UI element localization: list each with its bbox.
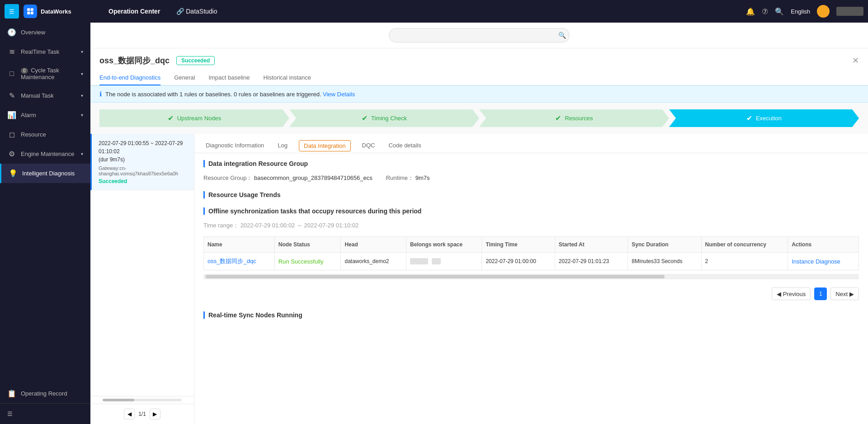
detail-tab-dqc[interactable]: DQC [360,138,377,153]
resource-group-info: Resource Group： basecommon_group_2837894… [203,174,859,182]
col-workspace: Belongs work space [406,237,482,253]
detail-tab-code[interactable]: Code details [386,138,423,153]
sidebar-item-resource[interactable]: ◻ Resource [0,125,90,144]
table-pagination: ◀ Previous 1 Next ▶ [203,283,859,302]
col-timing: Timing Time [482,237,555,253]
main-layout: 🕐 Overview ≋ RealTime Task ▾ □ 0 Cycle T… [0,23,868,424]
tab-end-to-end[interactable]: End-to-end Diagnostics [99,71,160,85]
step-execution: ✔ Execution [669,109,859,127]
instance-time: 2022-07-29 01:00:55 ~ 2022-07-29 01:10:0… [99,139,187,155]
sidebar-label-cycle: 0 Cycle Task Maintenance [21,67,76,80]
user-avatar [817,5,830,18]
sidebar: 🕐 Overview ≋ RealTime Task ▾ □ 0 Cycle T… [0,23,90,424]
tab-historical[interactable]: Historical instance [263,71,311,85]
step-resources: ✔ Resources [479,109,669,127]
action-diagnose-link[interactable]: Instance Diagnose [792,258,840,265]
svg-rect-0 [27,8,30,11]
search-icon[interactable]: 🔍 [775,7,784,16]
cell-timing: 2022-07-29 01:00:00 [482,253,555,270]
row-name-link[interactable]: oss_数据同步_dqc [208,258,256,264]
resource-group-label: Resource Group： basecommon_group_2837894… [203,174,373,182]
tab-impact-baseline[interactable]: Impact baseline [208,71,250,85]
step-timing: ✔ Timing Check [289,109,479,127]
navbar-link-datastudio[interactable]: 🔗 DataStudio [173,5,221,17]
detail-tabs: Diagnostic Information Log Data Integrat… [194,134,868,153]
step-upstream: ✔ Upstream Nodes [99,109,289,127]
resource-usage-section: Resource Usage Trends [203,191,859,198]
realtime-arrow: ▾ [81,49,83,54]
sidebar-label-operating: Operating Record [21,390,83,397]
col-head: Head [341,237,406,253]
realtime-section: Real-time Sync Nodes Running [203,311,859,319]
navbar-link-operation[interactable]: Operation Center [105,5,164,17]
search-bar: 🔍 [90,23,868,48]
menu-button[interactable]: ☰ [5,4,19,19]
app-title: DataWorks [41,8,71,15]
language-selector[interactable]: English [791,8,810,15]
cell-started: 2022-07-29 01:01:23 [555,253,627,270]
cell-name: oss_数据同步_dqc [204,253,275,270]
alarm-icon: 📊 [7,111,16,119]
cell-concurrency: 2 [701,253,788,270]
panel-header: oss_数据同步_dqc Succeeded ✕ [90,48,868,66]
svg-rect-1 [31,8,33,11]
sidebar-item-alarm[interactable]: 📊 Alarm ▾ [0,105,90,125]
offline-sync-title: Offline synchronization tasks that occup… [203,207,859,215]
runtime-label: Runtime： 9m7s [386,174,430,182]
panel-tabs: End-to-end Diagnostics General Impact ba… [90,66,868,85]
realtime-title: Real-time Sync Nodes Running [203,311,859,319]
sidebar-item-intelligent[interactable]: 💡 Intelligent Diagnosis [0,164,90,183]
prev-arrow-icon: ◀ [777,291,781,297]
instance-item[interactable]: 2022-07-29 01:00:55 ~ 2022-07-29 01:10:0… [90,134,194,190]
close-button[interactable]: ✕ [852,56,859,66]
next-arrow-icon: ▶ [849,291,854,297]
detail-panel: Diagnostic Information Log Data Integrat… [194,134,868,424]
sidebar-item-manual[interactable]: ✎ Manual Task ▾ [0,86,90,105]
detail-tab-integration[interactable]: Data Integration [299,140,351,151]
col-name: Name [204,237,275,253]
pagination-next-button[interactable]: Next ▶ [830,287,859,300]
instances-next-button[interactable]: ▶ [150,409,160,419]
col-actions: Actions [788,237,859,253]
search-input[interactable] [389,28,570,42]
notification-icon[interactable]: 🔔 [746,7,755,16]
detail-content: Data integration Resource Group Resource… [194,153,868,424]
search-wrapper: 🔍 [389,28,570,42]
engine-icon: ⚙ [7,150,16,158]
sidebar-item-cycle[interactable]: □ 0 Cycle Task Maintenance ▾ [0,61,90,86]
logo-icon [24,5,37,18]
instance-status: Succeeded [99,178,187,184]
usage-trends-title: Resource Usage Trends [203,191,859,198]
svg-rect-3 [31,12,33,14]
detail-tab-log[interactable]: Log [275,138,290,153]
manual-icon: ✎ [7,91,16,100]
info-banner: ℹ The node is associated with 1 rules or… [90,85,868,103]
resource-icon: ◻ [7,130,16,139]
info-text: The node is associated with 1 rules or b… [105,91,355,98]
pagination-prev-button[interactable]: ◀ Previous [772,287,811,300]
col-status: Node Status [274,237,341,253]
sidebar-item-operating[interactable]: 📋 Operating Record [0,384,90,403]
tab-general[interactable]: General [174,71,195,85]
badge-icon[interactable]: ⑦ [762,7,768,16]
sidebar-item-overview[interactable]: 🕐 Overview [0,23,90,42]
sidebar-item-realtime[interactable]: ≋ RealTime Task ▾ [0,42,90,61]
instances-nav: ◀ 1/1 ▶ [90,404,194,424]
navbar: ☰ DataWorks Operation Center 🔗 DataStudi… [0,0,868,23]
table-scrollbar[interactable] [203,274,859,279]
resource-group-title: Data integration Resource Group [203,160,859,167]
instances-prev-button[interactable]: ◀ [124,409,135,419]
sidebar-collapse-button[interactable]: ☰ [0,403,90,424]
sidebar-label-resource: Resource [21,131,83,138]
sidebar-item-engine[interactable]: ⚙ Engine Maintenance ▾ [0,144,90,164]
view-details-link[interactable]: View Details [323,91,355,98]
app-logo: DataWorks [24,5,96,18]
sidebar-label-overview: Overview [21,29,83,36]
content-area: 🔍 oss_数据同步_dqc Succeeded ✕ End-to-end Di… [90,23,868,424]
offline-sync-section: Offline synchronization tasks that occup… [203,207,859,302]
search-button[interactable]: 🔍 [558,32,566,39]
instance-dur: (dur 9m7s) [99,155,187,164]
detail-tab-diagnostic[interactable]: Diagnostic Information [203,138,266,153]
page-number: 1 [814,287,827,300]
col-duration: Sync Duration [628,237,701,253]
